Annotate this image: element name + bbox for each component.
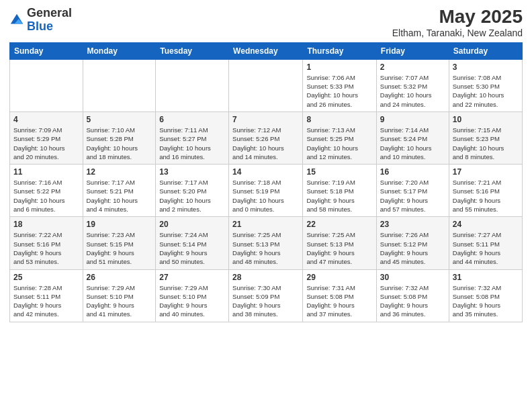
- day-info: Sunrise: 7:32 AMSunset: 5:08 PMDaylight:…: [453, 283, 519, 319]
- logo-text: General Blue: [27, 7, 72, 34]
- calendar-cell: 26Sunrise: 7:29 AMSunset: 5:10 PMDayligh…: [83, 269, 156, 322]
- day-info: Sunrise: 7:23 AMSunset: 5:15 PMDaylight:…: [87, 230, 152, 266]
- calendar-row-5: 25Sunrise: 7:28 AMSunset: 5:11 PMDayligh…: [10, 269, 523, 322]
- day-number: 18: [13, 220, 79, 229]
- day-number: 2: [380, 62, 445, 72]
- day-info: Sunrise: 7:13 AMSunset: 5:25 PMDaylight:…: [306, 126, 372, 161]
- calendar-cell: 20Sunrise: 7:24 AMSunset: 5:14 PMDayligh…: [156, 217, 229, 269]
- day-info: Sunrise: 7:29 AMSunset: 5:10 PMDaylight:…: [159, 283, 225, 319]
- calendar-row-1: 1Sunrise: 7:06 AMSunset: 5:33 PMDaylight…: [10, 59, 523, 111]
- day-info: Sunrise: 7:22 AMSunset: 5:16 PMDaylight:…: [13, 230, 79, 266]
- day-number: 23: [380, 220, 445, 229]
- day-info: Sunrise: 7:25 AMSunset: 5:13 PMDaylight:…: [306, 230, 372, 266]
- calendar-header-saturday: Saturday: [449, 42, 522, 59]
- calendar-cell: 14Sunrise: 7:18 AMSunset: 5:19 PMDayligh…: [229, 165, 303, 217]
- day-info: Sunrise: 7:31 AMSunset: 5:08 PMDaylight:…: [306, 283, 372, 319]
- day-info: Sunrise: 7:30 AMSunset: 5:09 PMDaylight:…: [232, 283, 299, 319]
- calendar-cell: 16Sunrise: 7:20 AMSunset: 5:17 PMDayligh…: [376, 165, 449, 217]
- day-info: Sunrise: 7:32 AMSunset: 5:08 PMDaylight:…: [380, 283, 445, 319]
- day-number: 26: [87, 273, 152, 282]
- day-number: 7: [232, 115, 299, 124]
- calendar-row-3: 11Sunrise: 7:16 AMSunset: 5:22 PMDayligh…: [10, 165, 523, 217]
- calendar-header-friday: Friday: [376, 42, 449, 59]
- calendar-header-thursday: Thursday: [303, 42, 376, 59]
- day-number: 4: [13, 115, 79, 124]
- calendar-cell: 27Sunrise: 7:29 AMSunset: 5:10 PMDayligh…: [156, 269, 229, 322]
- calendar-cell: 15Sunrise: 7:19 AMSunset: 5:18 PMDayligh…: [303, 165, 376, 217]
- page-header: General Blue May 2025 Eltham, Taranaki, …: [9, 7, 523, 38]
- day-number: 16: [380, 167, 445, 177]
- day-info: Sunrise: 7:14 AMSunset: 5:24 PMDaylight:…: [380, 126, 445, 161]
- calendar-cell: 17Sunrise: 7:21 AMSunset: 5:16 PMDayligh…: [449, 165, 522, 217]
- day-info: Sunrise: 7:27 AMSunset: 5:11 PMDaylight:…: [453, 230, 519, 266]
- calendar-cell: 10Sunrise: 7:15 AMSunset: 5:23 PMDayligh…: [449, 111, 522, 164]
- calendar-cell: 19Sunrise: 7:23 AMSunset: 5:15 PMDayligh…: [83, 217, 156, 269]
- calendar-cell: 12Sunrise: 7:17 AMSunset: 5:21 PMDayligh…: [83, 165, 156, 217]
- day-number: 27: [159, 273, 225, 282]
- day-info: Sunrise: 7:21 AMSunset: 5:16 PMDaylight:…: [453, 178, 519, 214]
- calendar-header-wednesday: Wednesday: [229, 42, 303, 59]
- day-number: 24: [453, 220, 519, 229]
- calendar-cell: 13Sunrise: 7:17 AMSunset: 5:20 PMDayligh…: [156, 165, 229, 217]
- calendar-cell: 18Sunrise: 7:22 AMSunset: 5:16 PMDayligh…: [10, 217, 83, 269]
- calendar-header-row: SundayMondayTuesdayWednesdayThursdayFrid…: [10, 42, 523, 59]
- calendar-cell: [83, 59, 156, 111]
- logo: General Blue: [9, 7, 72, 34]
- day-number: 9: [380, 115, 445, 124]
- day-info: Sunrise: 7:15 AMSunset: 5:23 PMDaylight:…: [453, 126, 519, 161]
- calendar-header-monday: Monday: [83, 42, 156, 59]
- day-number: 14: [232, 167, 299, 177]
- calendar-cell: 5Sunrise: 7:10 AMSunset: 5:28 PMDaylight…: [83, 111, 156, 164]
- calendar-cell: 29Sunrise: 7:31 AMSunset: 5:08 PMDayligh…: [303, 269, 376, 322]
- day-info: Sunrise: 7:17 AMSunset: 5:21 PMDaylight:…: [87, 178, 152, 214]
- calendar-cell: 8Sunrise: 7:13 AMSunset: 5:25 PMDaylight…: [303, 111, 376, 164]
- day-info: Sunrise: 7:07 AMSunset: 5:32 PMDaylight:…: [380, 73, 445, 109]
- page-title: May 2025: [392, 7, 523, 28]
- day-info: Sunrise: 7:18 AMSunset: 5:19 PMDaylight:…: [232, 178, 299, 214]
- calendar-cell: 25Sunrise: 7:28 AMSunset: 5:11 PMDayligh…: [10, 269, 83, 322]
- calendar-cell: 4Sunrise: 7:09 AMSunset: 5:29 PMDaylight…: [10, 111, 83, 164]
- calendar-cell: 11Sunrise: 7:16 AMSunset: 5:22 PMDayligh…: [10, 165, 83, 217]
- day-number: 28: [232, 273, 299, 282]
- calendar-cell: 24Sunrise: 7:27 AMSunset: 5:11 PMDayligh…: [449, 217, 522, 269]
- day-number: 20: [159, 220, 225, 229]
- day-number: 30: [380, 273, 445, 282]
- day-info: Sunrise: 7:24 AMSunset: 5:14 PMDaylight:…: [159, 230, 225, 266]
- calendar-cell: [156, 59, 229, 111]
- calendar-cell: 23Sunrise: 7:26 AMSunset: 5:12 PMDayligh…: [376, 217, 449, 269]
- page-subtitle: Eltham, Taranaki, New Zealand: [392, 28, 523, 38]
- day-info: Sunrise: 7:10 AMSunset: 5:28 PMDaylight:…: [87, 126, 152, 161]
- day-info: Sunrise: 7:19 AMSunset: 5:18 PMDaylight:…: [306, 178, 372, 214]
- day-number: 1: [306, 62, 372, 72]
- day-info: Sunrise: 7:25 AMSunset: 5:13 PMDaylight:…: [232, 230, 299, 266]
- calendar-row-2: 4Sunrise: 7:09 AMSunset: 5:29 PMDaylight…: [10, 111, 523, 164]
- day-info: Sunrise: 7:29 AMSunset: 5:10 PMDaylight:…: [87, 283, 152, 319]
- calendar-row-4: 18Sunrise: 7:22 AMSunset: 5:16 PMDayligh…: [10, 217, 523, 269]
- day-info: Sunrise: 7:16 AMSunset: 5:22 PMDaylight:…: [13, 178, 79, 214]
- day-info: Sunrise: 7:08 AMSunset: 5:30 PMDaylight:…: [453, 73, 519, 109]
- calendar-cell: 6Sunrise: 7:11 AMSunset: 5:27 PMDaylight…: [156, 111, 229, 164]
- calendar-cell: 7Sunrise: 7:12 AMSunset: 5:26 PMDaylight…: [229, 111, 303, 164]
- calendar-header-tuesday: Tuesday: [156, 42, 229, 59]
- calendar-cell: 9Sunrise: 7:14 AMSunset: 5:24 PMDaylight…: [376, 111, 449, 164]
- day-number: 10: [453, 115, 519, 124]
- day-number: 15: [306, 167, 372, 177]
- calendar-cell: 1Sunrise: 7:06 AMSunset: 5:33 PMDaylight…: [303, 59, 376, 111]
- day-info: Sunrise: 7:06 AMSunset: 5:33 PMDaylight:…: [306, 73, 372, 109]
- calendar-table: SundayMondayTuesdayWednesdayThursdayFrid…: [9, 42, 523, 322]
- day-number: 12: [87, 167, 152, 177]
- calendar-cell: [229, 59, 303, 111]
- day-number: 21: [232, 220, 299, 229]
- day-number: 22: [306, 220, 372, 229]
- logo-icon: [9, 13, 24, 28]
- calendar-cell: 3Sunrise: 7:08 AMSunset: 5:30 PMDaylight…: [449, 59, 522, 111]
- day-number: 17: [453, 167, 519, 177]
- calendar-cell: 31Sunrise: 7:32 AMSunset: 5:08 PMDayligh…: [449, 269, 522, 322]
- calendar-cell: 28Sunrise: 7:30 AMSunset: 5:09 PMDayligh…: [229, 269, 303, 322]
- day-number: 5: [87, 115, 152, 124]
- calendar-cell: 21Sunrise: 7:25 AMSunset: 5:13 PMDayligh…: [229, 217, 303, 269]
- day-info: Sunrise: 7:17 AMSunset: 5:20 PMDaylight:…: [159, 178, 225, 214]
- calendar-header-sunday: Sunday: [10, 42, 83, 59]
- day-number: 25: [13, 273, 79, 282]
- day-info: Sunrise: 7:11 AMSunset: 5:27 PMDaylight:…: [159, 126, 225, 161]
